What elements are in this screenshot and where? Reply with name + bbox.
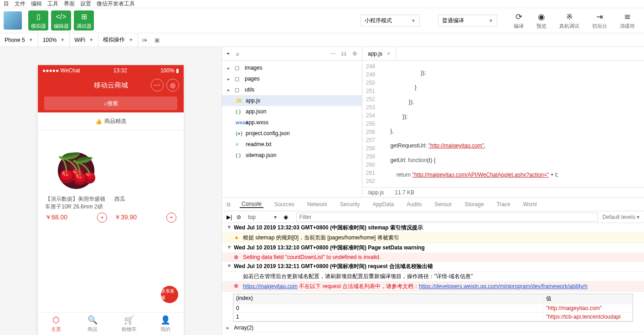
debugger-button[interactable]: ⊞调试器 — [74, 10, 94, 30]
menu-file[interactable]: 文件 — [15, 0, 26, 8]
simulator-button[interactable]: ▯模拟器 — [28, 10, 48, 30]
context-select[interactable]: top▾ — [246, 213, 279, 221]
menu-project[interactable]: 目 — [4, 0, 9, 8]
more-icon[interactable]: ⋯ — [330, 51, 336, 57]
log-info: 如若已在管理后台更新域名配置，请刷新项目配置后重新编译项目，操作路径："详情-域… — [222, 272, 644, 282]
menu-wxdevtools[interactable]: 微信开发者工具 — [97, 0, 135, 8]
chevron-down-icon: ▼ — [227, 224, 231, 230]
log-group[interactable]: ▼Wed Jul 10 2019 13:32:10 GMT+0800 (中国标准… — [222, 243, 644, 253]
product-card[interactable]: 【演示数据】美国华盛顿车厘子10R 26.6mm 2磅装 美国... ￥68.0… — [41, 134, 111, 309]
tab-home[interactable]: ⬡主页 — [38, 313, 74, 335]
tab-sources[interactable]: Sources — [273, 201, 296, 208]
filter-input[interactable] — [296, 213, 598, 222]
dock-icon[interactable]: ⧉ — [227, 201, 231, 208]
product-grid: 【演示数据】美国华盛顿车厘子10R 26.6mm 2磅装 美国... ￥68.0… — [38, 131, 184, 312]
target-icon[interactable]: ◎ — [166, 79, 179, 91]
json-icon: { } — [236, 109, 243, 114]
search-input[interactable]: ⌕ 搜索 — [44, 96, 177, 110]
file-project-config[interactable]: {●}project.config.json — [222, 128, 362, 139]
app-title: 移动云商城 — [94, 81, 128, 90]
file-path: /app.js — [368, 189, 384, 196]
file-readme[interactable]: ≡readme.txt — [222, 139, 362, 150]
app-header: 移动云商城 ⋯ ◎ — [38, 76, 184, 94]
editor-tabs: app.js× — [362, 47, 644, 61]
folder-pages[interactable]: ▸▢pages — [222, 73, 362, 84]
tab-cart[interactable]: 🛒购物车 — [111, 313, 147, 335]
tab-goods[interactable]: 🔍商品 — [74, 313, 111, 335]
clear-console-icon[interactable]: ⊘ — [237, 214, 241, 220]
file-app-wxss[interactable]: wxssapp.wxss — [222, 117, 362, 128]
log-array[interactable]: ▸Array(2) — [222, 324, 644, 332]
zoom-select[interactable]: 100%▼ — [38, 33, 70, 46]
carrier-label: ●●●●● WeChat — [42, 67, 80, 74]
folder-icon: ▢ — [235, 87, 242, 93]
project-avatar[interactable] — [4, 11, 22, 30]
log-group[interactable]: ▼Wed Jul 10 2019 13:32:03 GMT+0800 (中国标准… — [222, 223, 644, 233]
tab-network[interactable]: Network — [305, 201, 329, 208]
error-icon: ⊗ — [234, 254, 240, 260]
chevron-down-icon: ▾ — [274, 214, 277, 220]
network-select[interactable]: WiFi▼ — [70, 33, 98, 46]
menu-ui[interactable]: 界面 — [64, 0, 75, 8]
add-button[interactable]: + — [166, 213, 176, 223]
tab-trace[interactable]: Trace — [495, 201, 512, 208]
compile-button[interactable]: ⟳编译 — [514, 12, 524, 30]
chat-button[interactable]: 联系客服 — [161, 286, 178, 303]
file-sitemap[interactable]: { }sitemap.json — [222, 150, 362, 161]
folder-images[interactable]: ▸▢images — [222, 62, 362, 73]
compile-mode-select[interactable]: 普通编译▼ — [438, 15, 497, 26]
mode-select[interactable]: 小程序模式▼ — [361, 15, 420, 26]
device-debug-icon: ※ — [566, 12, 573, 22]
device-select[interactable]: Phone 5▼ — [0, 33, 38, 46]
menu-edit[interactable]: 编辑 — [31, 0, 42, 8]
chevron-right-icon: ▸ — [227, 66, 232, 71]
editor-tab-appjs[interactable]: app.js× — [362, 47, 396, 60]
chevron-down-icon: ▼ — [89, 37, 93, 42]
close-icon[interactable]: × — [387, 51, 390, 57]
background-button[interactable]: ⇥切后台 — [592, 12, 607, 30]
console-log[interactable]: ▼Wed Jul 10 2019 13:32:03 GMT+0800 (中国标准… — [222, 223, 644, 335]
file-app-js[interactable]: JSapp.js — [222, 95, 362, 106]
log-group[interactable]: ▼Wed Jul 10 2019 13:32:11 GMT+0800 (中国标准… — [222, 262, 644, 272]
tab-storage[interactable]: Storage — [463, 201, 486, 208]
tab-wxml[interactable]: Wxml — [521, 201, 539, 208]
tab-console[interactable]: Console — [240, 201, 263, 208]
remote-debug-button[interactable]: ※真机调试 — [559, 12, 579, 30]
split-icon[interactable]: ⫿⫿ — [341, 51, 347, 57]
operation-select[interactable]: 模拟操作▼ — [98, 33, 138, 46]
editor-button[interactable]: </>编辑器 — [51, 10, 71, 30]
dock-icon[interactable]: ▣ — [151, 37, 163, 43]
add-button[interactable]: + — [97, 213, 107, 223]
tab-sensor[interactable]: Sensor — [433, 201, 454, 208]
more-icon[interactable]: ⋯ — [151, 79, 164, 91]
clear-cache-button[interactable]: ≋清缓存 — [620, 12, 635, 30]
log-warning: ▲根据 sitemap 的规则[0]，当前页面 [pages/home/home… — [222, 233, 644, 243]
mute-icon[interactable]: 🕪 — [138, 37, 151, 43]
tab-audits[interactable]: Audits — [405, 201, 423, 208]
toggle-sidebar-icon[interactable]: ▶| — [227, 214, 232, 220]
link[interactable]: https://developers.weixin.qq.com/minipro… — [419, 283, 587, 289]
add-file-icon[interactable]: + — [227, 51, 230, 57]
tab-appdata[interactable]: AppData — [371, 201, 396, 208]
product-name: 西瓜 — [114, 195, 176, 209]
code-area[interactable]: 2482492502512522532542552562572582592602… — [362, 61, 644, 187]
js-icon: JS — [236, 98, 243, 103]
warning-icon: ▲ — [234, 234, 240, 240]
folder-utils[interactable]: ▸▢utils — [222, 84, 362, 95]
settings-icon[interactable]: ⚙ — [352, 51, 357, 57]
code-content[interactable]: }); } }); }); }, getRequestUrl: "http://… — [381, 61, 644, 187]
tab-me[interactable]: 👤我的 — [147, 313, 184, 335]
eye-icon[interactable]: ◉ — [283, 214, 288, 220]
menu-settings[interactable]: 设置 — [80, 0, 91, 8]
link[interactable]: https://maigeyitao.com — [243, 283, 298, 289]
levels-select[interactable]: Default levels ▾ — [603, 214, 639, 220]
product-card[interactable]: 西瓜 ￥39.90+ — [111, 134, 180, 309]
menu-tools[interactable]: 工具 — [47, 0, 58, 8]
file-app-json[interactable]: { }app.json — [222, 106, 362, 117]
preview-button[interactable]: ◉预览 — [536, 12, 546, 30]
simulator-pane: ●●●●● WeChat 13:32 100% ▮ 移动云商城 ⋯ ◎ ⌕ 搜索… — [0, 47, 222, 335]
search-files-icon[interactable]: ⌕ — [236, 51, 239, 57]
product-image — [45, 138, 107, 193]
tab-security[interactable]: Security — [338, 201, 361, 208]
search-icon: ⌕ — [104, 100, 107, 107]
